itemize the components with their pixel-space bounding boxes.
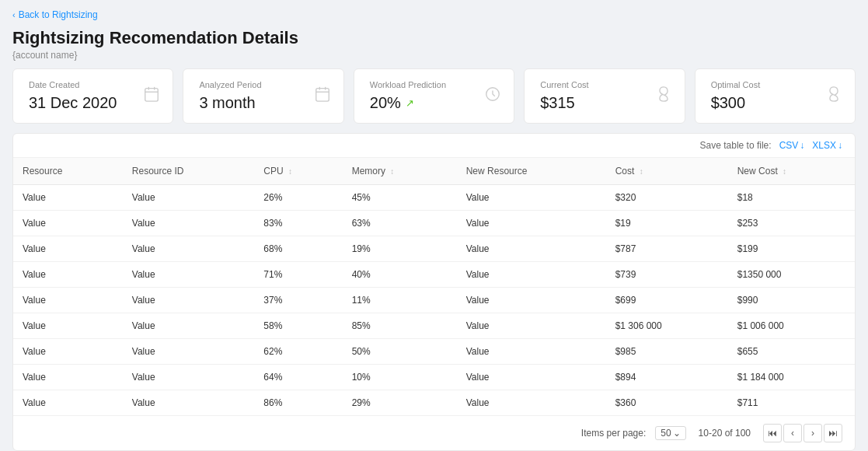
cell-cost: $739 bbox=[606, 262, 728, 288]
cell-cost: $19 bbox=[606, 211, 728, 236]
cell-resource: Value bbox=[13, 365, 123, 390]
last-page-button[interactable]: ⏭ bbox=[824, 424, 842, 442]
cell-cost: $985 bbox=[606, 339, 728, 365]
page-navigation: ⏮ ‹ › ⏭ bbox=[763, 424, 842, 442]
cell-cost: $360 bbox=[606, 390, 728, 416]
pagination: Items per page: 50 ⌄ 10-20 of 100 ⏮ ‹ › … bbox=[13, 415, 855, 450]
cell-new-resource: Value bbox=[457, 313, 606, 339]
cell-new-cost: $711 bbox=[728, 390, 855, 416]
cell-resource-id: Value bbox=[123, 211, 255, 236]
main-content: Save table to file: CSV ↓ XLSX ↓ Resourc… bbox=[12, 133, 856, 451]
sort-icon: ↕ bbox=[288, 167, 292, 176]
xlsx-download-link[interactable]: XLSX ↓ bbox=[812, 140, 842, 151]
metric-label: Analyzed Period bbox=[199, 80, 327, 89]
cell-new-resource: Value bbox=[457, 185, 606, 211]
cell-resource: Value bbox=[13, 185, 123, 211]
metric-value: $315 bbox=[540, 94, 668, 112]
cell-resource-id: Value bbox=[123, 288, 255, 313]
cell-cpu: 71% bbox=[254, 262, 342, 288]
cell-cpu: 62% bbox=[254, 339, 342, 365]
col-cost[interactable]: Cost ↕ bbox=[606, 158, 728, 185]
back-link[interactable]: ‹ Back to Rightsizing bbox=[0, 0, 110, 25]
table-row: Value Value 64% 10% Value $894 $1 184 00… bbox=[13, 365, 855, 390]
download-icon: ↓ bbox=[838, 140, 842, 151]
cell-new-resource: Value bbox=[457, 288, 606, 313]
cell-resource-id: Value bbox=[123, 185, 255, 211]
metric-card-1: Analyzed Period 3 month bbox=[183, 68, 343, 124]
trend-icon: ↗ bbox=[406, 97, 414, 109]
cell-memory: 85% bbox=[343, 313, 457, 339]
cell-new-resource: Value bbox=[457, 390, 606, 416]
cell-resource: Value bbox=[13, 262, 123, 288]
table-row: Value Value 86% 29% Value $360 $711 bbox=[13, 390, 855, 416]
metric-icon bbox=[484, 86, 501, 107]
metric-value: 31 Dec 2020 bbox=[29, 94, 157, 112]
table-row: Value Value 62% 50% Value $985 $655 bbox=[13, 339, 855, 365]
table-header-row: Resource Resource ID CPU ↕ Memory ↕ New … bbox=[13, 158, 855, 185]
cell-new-resource: Value bbox=[457, 339, 606, 365]
pagination-range: 10-20 of 100 bbox=[699, 428, 751, 439]
col-resource-id[interactable]: Resource ID bbox=[123, 158, 255, 185]
table-row: Value Value 37% 11% Value $699 $990 bbox=[13, 288, 855, 313]
metric-value: $300 bbox=[711, 94, 839, 112]
metric-card-4: Optimal Cost $300 bbox=[695, 68, 856, 124]
cell-cpu: 86% bbox=[254, 390, 342, 416]
chevron-down-icon: ⌄ bbox=[673, 428, 681, 439]
chevron-left-icon: ‹ bbox=[12, 10, 16, 19]
items-per-page-label: Items per page: bbox=[581, 428, 646, 439]
cell-cost: $320 bbox=[606, 185, 728, 211]
cell-new-cost: $655 bbox=[728, 339, 855, 365]
metric-label: Workload Prediction bbox=[370, 80, 498, 89]
prev-page-button[interactable]: ‹ bbox=[783, 424, 802, 442]
cell-memory: 63% bbox=[343, 211, 457, 236]
metric-value: 20% bbox=[370, 94, 401, 112]
cell-resource-id: Value bbox=[123, 339, 255, 365]
metric-icon bbox=[143, 86, 160, 107]
per-page-select[interactable]: 50 ⌄ bbox=[655, 426, 685, 440]
cell-new-cost: $1 006 000 bbox=[728, 313, 855, 339]
table-toolbar: Save table to file: CSV ↓ XLSX ↓ bbox=[13, 134, 855, 158]
cell-resource: Value bbox=[13, 236, 123, 262]
download-icon: ↓ bbox=[800, 140, 804, 151]
cell-memory: 10% bbox=[343, 365, 457, 390]
cell-resource-id: Value bbox=[123, 365, 255, 390]
col-new-resource: New Resource bbox=[457, 158, 606, 185]
cell-resource: Value bbox=[13, 390, 123, 416]
cell-cost: $699 bbox=[606, 288, 728, 313]
cell-new-cost: $199 bbox=[728, 236, 855, 262]
cell-memory: 11% bbox=[343, 288, 457, 313]
next-page-button[interactable]: › bbox=[804, 424, 822, 442]
cell-cpu: 37% bbox=[254, 288, 342, 313]
cell-new-resource: Value bbox=[457, 211, 606, 236]
cell-cpu: 83% bbox=[254, 211, 342, 236]
page-header: Rightsizing Recomendation Details {accou… bbox=[0, 25, 868, 68]
table-row: Value Value 58% 85% Value $1 306 000 $1 … bbox=[13, 313, 855, 339]
metrics-row: Date Created 31 Dec 2020 Analyzed Period… bbox=[0, 68, 868, 133]
metric-card-0: Date Created 31 Dec 2020 bbox=[12, 68, 173, 124]
cell-new-cost: $1 184 000 bbox=[728, 365, 855, 390]
csv-download-link[interactable]: CSV ↓ bbox=[779, 140, 805, 151]
cell-resource-id: Value bbox=[123, 236, 255, 262]
sort-icon: ↕ bbox=[390, 167, 394, 176]
cell-memory: 50% bbox=[343, 339, 457, 365]
cell-memory: 19% bbox=[343, 236, 457, 262]
cell-resource: Value bbox=[13, 288, 123, 313]
recommendations-table: Resource Resource ID CPU ↕ Memory ↕ New … bbox=[13, 158, 855, 415]
cell-new-resource: Value bbox=[457, 236, 606, 262]
page: ‹ Back to Rightsizing Rightsizing Recome… bbox=[0, 0, 868, 451]
cell-new-cost: $1350 000 bbox=[728, 262, 855, 288]
cell-resource: Value bbox=[13, 313, 123, 339]
metric-icon bbox=[655, 86, 672, 107]
col-new-cost[interactable]: New Cost ↕ bbox=[728, 158, 855, 185]
col-memory[interactable]: Memory ↕ bbox=[343, 158, 457, 185]
cell-memory: 29% bbox=[343, 390, 457, 416]
first-page-button[interactable]: ⏮ bbox=[763, 424, 782, 442]
table-row: Value Value 68% 19% Value $787 $199 bbox=[13, 236, 855, 262]
cell-resource: Value bbox=[13, 211, 123, 236]
svg-rect-0 bbox=[145, 88, 159, 100]
per-page-value: 50 bbox=[661, 428, 671, 439]
cell-cpu: 64% bbox=[254, 365, 342, 390]
col-resource[interactable]: Resource bbox=[13, 158, 123, 185]
cell-new-resource: Value bbox=[457, 262, 606, 288]
col-cpu[interactable]: CPU ↕ bbox=[254, 158, 342, 185]
